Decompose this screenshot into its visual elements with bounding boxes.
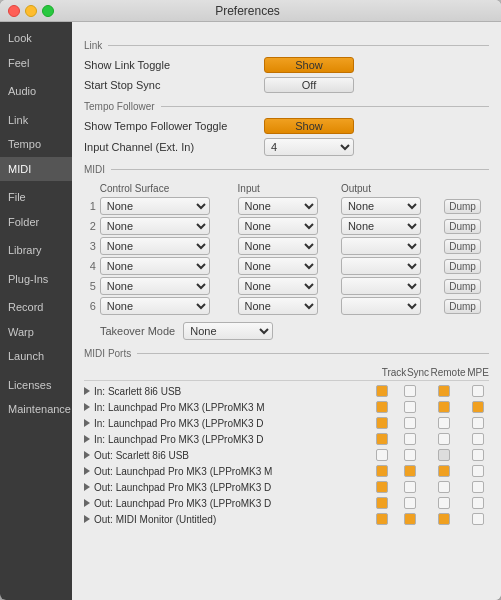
expand-icon[interactable] — [84, 515, 90, 523]
checkbox-orange[interactable] — [376, 481, 388, 493]
control-surface-select[interactable]: None — [100, 197, 210, 215]
input-select[interactable]: None — [238, 237, 318, 255]
checkbox-orange[interactable] — [438, 513, 450, 525]
dump-button[interactable]: Dump — [444, 239, 481, 254]
control-surface-select[interactable]: None — [100, 297, 210, 315]
output-select[interactable]: None — [341, 217, 421, 235]
sidebar-item-licenses[interactable]: Licenses — [0, 373, 72, 398]
checkbox-orange[interactable] — [376, 385, 388, 397]
sidebar-item-maintenance[interactable]: Maintenance — [0, 397, 72, 422]
checkbox-empty[interactable] — [438, 417, 450, 429]
expand-icon[interactable] — [84, 403, 90, 411]
expand-icon[interactable] — [84, 419, 90, 427]
sidebar-item-plugins[interactable]: Plug-Ins — [0, 267, 72, 292]
sidebar-item-record[interactable]: Record — [0, 295, 72, 320]
checkbox-gray[interactable] — [438, 449, 450, 461]
control-surface-select[interactable]: None — [100, 257, 210, 275]
dump-cell: Dump — [442, 296, 489, 316]
sidebar-item-launch[interactable]: Launch — [0, 344, 72, 369]
checkbox-empty[interactable] — [438, 433, 450, 445]
checkbox-empty[interactable] — [472, 433, 484, 445]
expand-icon[interactable] — [84, 499, 90, 507]
input-channel-select[interactable]: 4 1235 — [264, 138, 354, 156]
sidebar-item-link[interactable]: Link — [0, 108, 72, 133]
port-name-text: Out: Launchpad Pro MK3 (LPProMK3 M — [94, 466, 272, 477]
sidebar-item-library[interactable]: Library — [0, 238, 72, 263]
checkbox-orange[interactable] — [376, 465, 388, 477]
port-checkboxes — [371, 497, 489, 509]
input-select[interactable]: None — [238, 297, 318, 315]
checkbox-orange[interactable] — [438, 465, 450, 477]
input-select[interactable]: None — [238, 217, 318, 235]
dump-button[interactable]: Dump — [444, 279, 481, 294]
checkbox-orange[interactable] — [376, 401, 388, 413]
sidebar-item-warp[interactable]: Warp — [0, 320, 72, 345]
checkbox-empty[interactable] — [472, 481, 484, 493]
checkbox-empty[interactable] — [404, 481, 416, 493]
checkbox-empty[interactable] — [404, 417, 416, 429]
checkbox-empty[interactable] — [404, 497, 416, 509]
expand-icon[interactable] — [84, 451, 90, 459]
sidebar-item-look[interactable]: Look — [0, 26, 72, 51]
row-num: 1 — [84, 196, 98, 216]
checkbox-orange[interactable] — [404, 513, 416, 525]
sidebar-item-tempo[interactable]: Tempo — [0, 132, 72, 157]
checkbox-empty[interactable] — [404, 449, 416, 461]
output-select[interactable] — [341, 297, 421, 315]
row-num: 4 — [84, 256, 98, 276]
sidebar-item-file[interactable]: File — [0, 185, 72, 210]
sidebar-item-midi[interactable]: MIDI — [0, 157, 72, 182]
checkbox-empty[interactable] — [404, 385, 416, 397]
expand-icon[interactable] — [84, 467, 90, 475]
checkbox-empty[interactable] — [472, 385, 484, 397]
checkbox-empty[interactable] — [376, 449, 388, 461]
checkbox-empty[interactable] — [404, 433, 416, 445]
control-surface-select[interactable]: None — [100, 237, 210, 255]
control-surface-select[interactable]: None — [100, 217, 210, 235]
checkbox-orange[interactable] — [404, 465, 416, 477]
dump-button[interactable]: Dump — [444, 219, 481, 234]
port-checkboxes — [371, 417, 489, 429]
midi-col-control: Control Surface — [98, 181, 236, 196]
checkbox-empty[interactable] — [472, 513, 484, 525]
checkbox-orange[interactable] — [376, 417, 388, 429]
maximize-button[interactable] — [42, 5, 54, 17]
dump-button[interactable]: Dump — [444, 299, 481, 314]
output-select[interactable] — [341, 237, 421, 255]
checkbox-empty[interactable] — [472, 497, 484, 509]
takeover-mode-select[interactable]: None — [183, 322, 273, 340]
input-select[interactable]: None — [238, 277, 318, 295]
show-tempo-button[interactable]: Show — [264, 118, 354, 134]
checkbox-orange[interactable] — [376, 513, 388, 525]
output-select[interactable] — [341, 277, 421, 295]
output-select[interactable] — [341, 257, 421, 275]
sidebar-item-folder[interactable]: Folder — [0, 210, 72, 235]
sidebar-item-audio[interactable]: Audio — [0, 79, 72, 104]
checkbox-orange[interactable] — [376, 433, 388, 445]
control-surface-select[interactable]: None — [100, 277, 210, 295]
output-select[interactable]: None — [341, 197, 421, 215]
checkbox-orange[interactable] — [376, 497, 388, 509]
show-link-toggle-button[interactable]: Show — [264, 57, 354, 73]
checkbox-empty[interactable] — [472, 465, 484, 477]
checkbox-orange[interactable] — [438, 401, 450, 413]
checkbox-empty[interactable] — [472, 449, 484, 461]
checkbox-empty[interactable] — [438, 497, 450, 509]
close-button[interactable] — [8, 5, 20, 17]
checkbox-orange[interactable] — [438, 385, 450, 397]
expand-icon[interactable] — [84, 483, 90, 491]
checkbox-empty[interactable] — [404, 401, 416, 413]
dump-button[interactable]: Dump — [444, 199, 481, 214]
checkbox-empty[interactable] — [472, 417, 484, 429]
input-select[interactable]: None — [238, 197, 318, 215]
sidebar-item-feel[interactable]: Feel — [0, 51, 72, 76]
minimize-button[interactable] — [25, 5, 37, 17]
checkbox-empty[interactable] — [438, 481, 450, 493]
input-select[interactable]: None — [238, 257, 318, 275]
expand-icon[interactable] — [84, 387, 90, 395]
start-stop-sync-button[interactable]: Off — [264, 77, 354, 93]
dump-button[interactable]: Dump — [444, 259, 481, 274]
checkbox-orange[interactable] — [472, 401, 484, 413]
sync-cell — [399, 497, 421, 509]
expand-icon[interactable] — [84, 435, 90, 443]
